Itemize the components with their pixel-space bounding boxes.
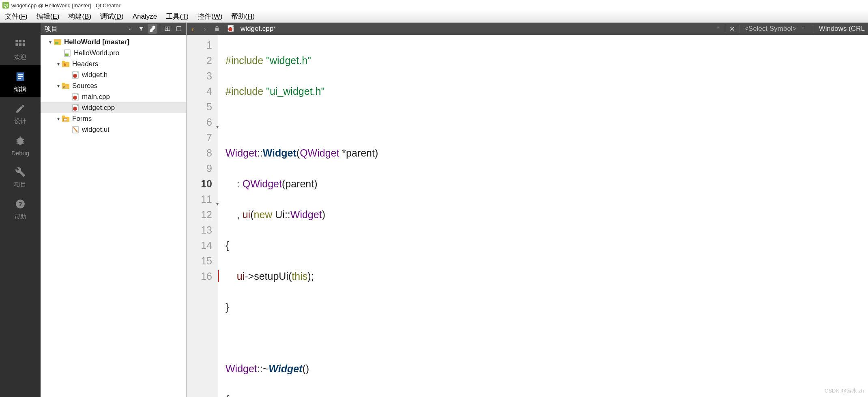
tree-forms-label: Forms (72, 115, 92, 123)
tree-main-cpp-label: main.cpp (82, 93, 110, 101)
menu-tools[interactable]: 工具(T) (166, 12, 189, 21)
editor-toolbar: ‹ › + widget.cpp* ✕ <Select Symbol> (187, 23, 868, 35)
symbol-selector[interactable]: <Select Symbol> (740, 25, 797, 33)
file-type-icon: + (225, 23, 237, 35)
tree-main-cpp[interactable]: + main.cpp (41, 91, 186, 102)
svg-rect-5 (23, 43, 25, 46)
file-dropdown-icon[interactable] (712, 23, 724, 35)
svg-rect-4 (19, 43, 21, 46)
question-icon: ? (14, 197, 27, 210)
tree-widget-h-label: widget.h (82, 71, 107, 79)
chevron-down-icon[interactable]: ▾ (55, 83, 62, 89)
svg-text:?: ? (18, 200, 22, 207)
tree-widget-cpp-label: widget.cpp (82, 104, 115, 112)
svg-point-40 (228, 27, 232, 31)
svg-rect-3 (15, 43, 18, 46)
mode-design[interactable]: 设计 (0, 97, 41, 129)
pane-sort-icon[interactable] (125, 24, 135, 34)
svg-text:+: + (77, 104, 78, 107)
tree-project-root[interactable]: ▾ HelloWorld [master] (41, 36, 186, 47)
menu-analyze[interactable]: Analyze (133, 13, 157, 21)
menu-file[interactable]: 文件(F) (5, 12, 28, 21)
tree-headers-label: Headers (72, 60, 98, 68)
chevron-down-icon[interactable]: ▾ (47, 39, 54, 45)
menu-widgets[interactable]: 控件(W) (198, 12, 222, 21)
svg-rect-9 (18, 78, 21, 79)
pencil-icon (14, 102, 27, 115)
project-pane-title[interactable]: 项目 (43, 25, 123, 33)
editor-area: ‹ › + widget.cpp* ✕ <Select Symbol> (187, 23, 868, 397)
tree-sources-folder[interactable]: ▾ c+ Sources (41, 80, 186, 91)
menu-build[interactable]: 构建(B) (68, 12, 91, 21)
svg-rect-2 (23, 40, 25, 42)
svg-rect-17 (55, 42, 58, 44)
ui-form-icon (71, 126, 79, 134)
cpp-icon: + (71, 93, 79, 101)
line-number-gutter[interactable]: 12345 6▾ 789 10 11▾ 1213141516 (187, 35, 218, 397)
mode-debug[interactable]: Debug (0, 129, 41, 161)
tree-pro-label: HelloWorld.pro (74, 49, 119, 57)
window-titlebar: Qt widget.cpp @ HelloWorld [master] - Qt… (0, 0, 868, 11)
mode-projects[interactable]: 项目 (0, 161, 41, 193)
lock-icon[interactable] (211, 23, 223, 35)
svg-rect-8 (18, 76, 23, 77)
tree-pro-file[interactable]: HelloWorld.pro (41, 47, 186, 58)
mode-welcome-label: 欢迎 (14, 54, 26, 61)
svg-rect-27 (62, 83, 65, 84)
svg-text:+: + (232, 25, 234, 28)
line-ending-label[interactable]: Windows (CRL (819, 25, 865, 33)
svg-text:+: + (166, 27, 168, 30)
bug-icon (14, 134, 27, 147)
code-editor[interactable]: 12345 6▾ 789 10 11▾ 1213141516 #include … (187, 35, 868, 397)
tree-forms-folder[interactable]: ▾ Forms (41, 113, 186, 124)
folder-h-icon: h (62, 60, 70, 68)
text-cursor (218, 270, 219, 282)
add-split-icon[interactable]: + (163, 24, 172, 34)
svg-rect-1 (19, 40, 21, 42)
tree-widget-cpp[interactable]: + widget.cpp (41, 102, 186, 113)
filter-icon[interactable] (136, 24, 146, 34)
menu-edit[interactable]: 编辑(E) (37, 12, 60, 21)
svg-point-24 (73, 74, 77, 78)
tree-widget-h[interactable]: + widget.h (41, 69, 186, 80)
nav-back-button[interactable]: ‹ (187, 23, 199, 35)
grid-icon (14, 38, 27, 51)
svg-point-30 (73, 96, 77, 100)
tree-headers-folder[interactable]: ▾ h Headers (41, 58, 186, 69)
mode-projects-label: 项目 (14, 181, 26, 189)
svg-text:c+: c+ (63, 85, 67, 89)
mode-help-label: 帮助 (14, 213, 26, 221)
code-content[interactable]: #include "widget.h" #include "ui_widget.… (218, 35, 868, 397)
menu-help[interactable]: 帮助(H) (231, 12, 255, 21)
close-file-button[interactable]: ✕ (726, 23, 738, 35)
symbol-dropdown-icon[interactable] (797, 23, 809, 35)
svg-rect-15 (177, 27, 181, 31)
mode-design-label: 设计 (14, 118, 26, 125)
mode-edit[interactable]: 编辑 (0, 65, 41, 97)
svg-rect-7 (18, 74, 23, 75)
nav-forward-button[interactable]: › (199, 23, 211, 35)
project-pane: 项目 + ▾ HelloWorld [master] (41, 23, 187, 397)
tree-widget-ui[interactable]: widget.ui (41, 124, 186, 135)
cpp-h-icon: + (71, 71, 79, 79)
wrench-icon (14, 165, 27, 178)
cpp-icon: + (71, 104, 79, 112)
folder-form-icon (62, 115, 70, 123)
project-tree[interactable]: ▾ HelloWorld [master] HelloWorld.pro ▾ h… (41, 35, 186, 397)
mode-help[interactable]: ? 帮助 (0, 193, 41, 225)
link-icon[interactable] (148, 24, 157, 34)
svg-rect-19 (65, 54, 69, 56)
mode-debug-label: Debug (11, 150, 29, 157)
document-icon (14, 70, 27, 83)
mode-welcome[interactable]: 欢迎 (0, 33, 41, 65)
tree-root-label: HelloWorld [master] (64, 38, 129, 46)
chevron-down-icon[interactable]: ▾ (55, 116, 62, 122)
maximize-icon[interactable] (174, 24, 184, 34)
tree-sources-label: Sources (72, 82, 97, 90)
menu-debug[interactable]: 调试(D) (100, 12, 124, 21)
chevron-down-icon[interactable]: ▾ (55, 61, 62, 67)
svg-text:+: + (77, 71, 78, 74)
editor-filename[interactable]: widget.cpp* (237, 25, 282, 33)
qt-app-icon: Qt (2, 2, 9, 9)
svg-point-33 (73, 107, 77, 111)
